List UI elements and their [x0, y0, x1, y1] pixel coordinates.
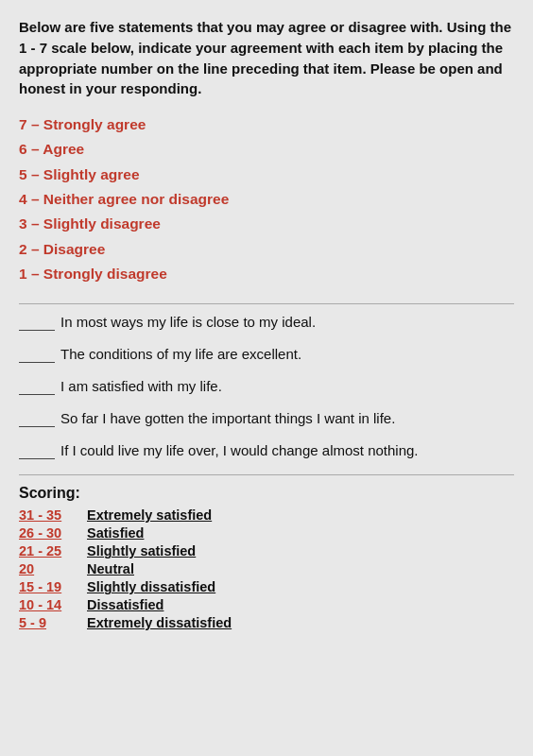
- scoring-section: Scoring: 31 - 35Extremely satisfied26 - …: [19, 485, 514, 630]
- intro-text: Below are five statements that you may a…: [19, 17, 514, 99]
- statement-list: In most ways my life is close to my idea…: [19, 314, 514, 459]
- scoring-row: 5 - 9Extremely dissatisfied: [19, 615, 514, 630]
- statement-text: The conditions of my life are excellent.: [60, 346, 514, 362]
- scoring-row: 15 - 19Slightly dissatisfied: [19, 579, 514, 594]
- answer-blank: [19, 442, 55, 459]
- statement-row: The conditions of my life are excellent.: [19, 346, 514, 363]
- score-label: Dissatisfied: [87, 597, 163, 612]
- score-range: 31 - 35: [19, 507, 74, 523]
- statement-row: I am satisfied with my life.: [19, 378, 514, 395]
- scale-item: 3 – Slightly disagree: [19, 212, 514, 236]
- score-range: 20: [19, 561, 74, 576]
- scale-item: 5 – Slightly agree: [19, 163, 514, 187]
- scoring-row: 26 - 30Satisfied: [19, 525, 514, 541]
- score-range: 10 - 14: [19, 597, 74, 612]
- score-range: 26 - 30: [19, 525, 74, 541]
- score-label: Neutral: [87, 561, 134, 576]
- statement-row: If I could live my life over, I would ch…: [19, 442, 514, 459]
- statement-text: I am satisfied with my life.: [60, 378, 514, 394]
- statement-text: So far I have gotten the important thing…: [60, 410, 514, 426]
- statement-text: If I could live my life over, I would ch…: [60, 442, 514, 458]
- scoring-title: Scoring:: [19, 485, 514, 502]
- score-label: Slightly satisfied: [87, 543, 196, 558]
- page: Below are five statements that you may a…: [0, 0, 533, 756]
- score-label: Extremely dissatisfied: [87, 615, 232, 630]
- scoring-row: 21 - 25Slightly satisfied: [19, 543, 514, 558]
- scale-item: 2 – Disagree: [19, 237, 514, 262]
- scoring-row: 10 - 14Dissatisfied: [19, 597, 514, 612]
- answer-blank: [19, 410, 55, 427]
- scale-item: 4 – Neither agree nor disagree: [19, 187, 514, 212]
- scoring-row: 31 - 35Extremely satisfied: [19, 507, 514, 523]
- answer-blank: [19, 346, 55, 363]
- answer-blank: [19, 314, 55, 331]
- answer-blank: [19, 378, 55, 395]
- score-label: Slightly dissatisfied: [87, 579, 215, 594]
- score-range: 15 - 19: [19, 579, 74, 594]
- statement-row: In most ways my life is close to my idea…: [19, 314, 514, 331]
- score-range: 5 - 9: [19, 615, 74, 630]
- scale-item: 1 – Strongly disagree: [19, 262, 514, 286]
- divider-2: [19, 474, 514, 475]
- score-range: 21 - 25: [19, 543, 74, 558]
- score-label: Satisfied: [87, 525, 144, 541]
- scale-list: 7 – Strongly agree6 – Agree5 – Slightly …: [19, 112, 514, 286]
- scale-item: 7 – Strongly agree: [19, 112, 514, 137]
- score-label: Extremely satisfied: [87, 507, 212, 523]
- scale-item: 6 – Agree: [19, 137, 514, 162]
- statement-text: In most ways my life is close to my idea…: [60, 314, 514, 330]
- divider-1: [19, 303, 514, 304]
- statement-row: So far I have gotten the important thing…: [19, 410, 514, 427]
- scoring-row: 20Neutral: [19, 561, 514, 576]
